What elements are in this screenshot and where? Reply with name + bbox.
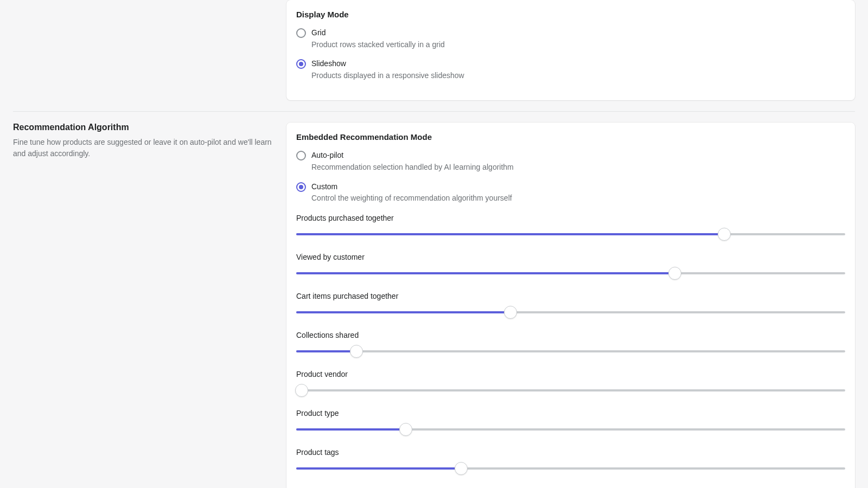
radio-auto-pilot[interactable]: Auto-pilot Recommendation selection hand… (296, 150, 845, 172)
sliders-wrap: Products purchased togetherViewed by cus… (296, 214, 845, 488)
display-mode-title: Display Mode (296, 10, 845, 19)
display-mode-radio-group: Grid Product rows stacked vertically in … (296, 28, 845, 81)
radio-icon (296, 28, 306, 38)
slider-track (296, 389, 845, 391)
slider-thumb[interactable] (455, 462, 468, 475)
section-left-algorithm: Recommendation Algorithm Fine tune how p… (13, 112, 273, 488)
slider-fill (296, 272, 675, 274)
slider[interactable] (296, 384, 845, 397)
radio-custom-label: Custom (311, 182, 845, 192)
section-recommendation-algorithm: Recommendation Algorithm Fine tune how p… (13, 111, 855, 488)
slider[interactable] (296, 423, 845, 436)
slider-block: Product type (296, 409, 845, 436)
slider[interactable] (296, 228, 845, 241)
slider-label: Collections shared (296, 331, 845, 339)
radio-grid[interactable]: Grid Product rows stacked vertically in … (296, 28, 845, 50)
radio-icon (296, 182, 306, 192)
settings-page: Display Mode Grid Product rows stacked v… (0, 0, 868, 488)
radio-text-wrap: Slideshow Products displayed in a respon… (311, 59, 845, 81)
algorithm-desc: Fine tune how products are suggested or … (13, 137, 273, 159)
algorithm-title: Recommendation Algorithm (13, 123, 273, 132)
display-mode-card: Display Mode Grid Product rows stacked v… (286, 0, 855, 100)
radio-slideshow-desc: Products displayed in a responsive slide… (311, 70, 845, 81)
slider[interactable] (296, 306, 845, 319)
slider[interactable] (296, 345, 845, 358)
slider[interactable] (296, 462, 845, 475)
slider-label: Product type (296, 409, 845, 418)
slider-block: Product tags (296, 448, 845, 475)
slider-fill (296, 311, 510, 313)
slider-track (296, 272, 845, 274)
slider-thumb[interactable] (668, 267, 681, 280)
embedded-mode-card: Embedded Recommendation Mode Auto-pilot … (286, 123, 855, 488)
radio-text-wrap: Grid Product rows stacked vertically in … (311, 28, 845, 50)
slider-thumb[interactable] (350, 345, 363, 358)
slider-thumb[interactable] (504, 306, 517, 319)
slider-label: Cart items purchased together (296, 292, 845, 300)
section-right-display: Display Mode Grid Product rows stacked v… (286, 0, 855, 111)
section-left-spacer (13, 0, 273, 111)
slider-label: Product vendor (296, 370, 845, 378)
radio-slideshow[interactable]: Slideshow Products displayed in a respon… (296, 59, 845, 81)
slider-track (296, 311, 845, 313)
slider-block: Collections shared (296, 331, 845, 358)
slider-label: Products purchased together (296, 214, 845, 222)
slider-thumb[interactable] (399, 423, 412, 436)
radio-text-wrap: Auto-pilot Recommendation selection hand… (311, 150, 845, 172)
slider-block: Products purchased together (296, 214, 845, 241)
radio-grid-desc: Product rows stacked vertically in a gri… (311, 40, 845, 50)
slider-fill (296, 350, 356, 352)
radio-custom[interactable]: Custom Control the weighting of recommen… (296, 182, 845, 204)
embedded-mode-title: Embedded Recommendation Mode (296, 132, 845, 142)
slider-thumb[interactable] (718, 228, 731, 241)
slider-block: Product vendor (296, 370, 845, 397)
section-display-mode: Display Mode Grid Product rows stacked v… (13, 0, 855, 111)
radio-auto-pilot-desc: Recommendation selection handled by AI l… (311, 162, 845, 173)
slider-block: Viewed by customer (296, 253, 845, 280)
embedded-mode-radio-group: Auto-pilot Recommendation selection hand… (296, 150, 845, 203)
slider-track (296, 350, 845, 352)
radio-text-wrap: Custom Control the weighting of recommen… (311, 182, 845, 204)
slider-thumb[interactable] (295, 384, 308, 397)
radio-icon (296, 151, 306, 160)
slider-track (296, 467, 845, 470)
radio-grid-label: Grid (311, 28, 845, 38)
radio-custom-desc: Control the weighting of recommendation … (311, 193, 845, 204)
slider-fill (296, 233, 724, 235)
slider-label: Viewed by customer (296, 253, 845, 261)
slider-track (296, 233, 845, 235)
radio-auto-pilot-label: Auto-pilot (311, 150, 845, 161)
slider[interactable] (296, 267, 845, 280)
slider-label: Product tags (296, 448, 845, 457)
slider-fill (296, 428, 406, 431)
radio-slideshow-label: Slideshow (311, 59, 845, 69)
radio-icon (296, 59, 306, 69)
slider-fill (296, 467, 461, 470)
slider-track (296, 428, 845, 431)
section-right-algorithm: Embedded Recommendation Mode Auto-pilot … (286, 112, 855, 488)
slider-block: Cart items purchased together (296, 292, 845, 319)
